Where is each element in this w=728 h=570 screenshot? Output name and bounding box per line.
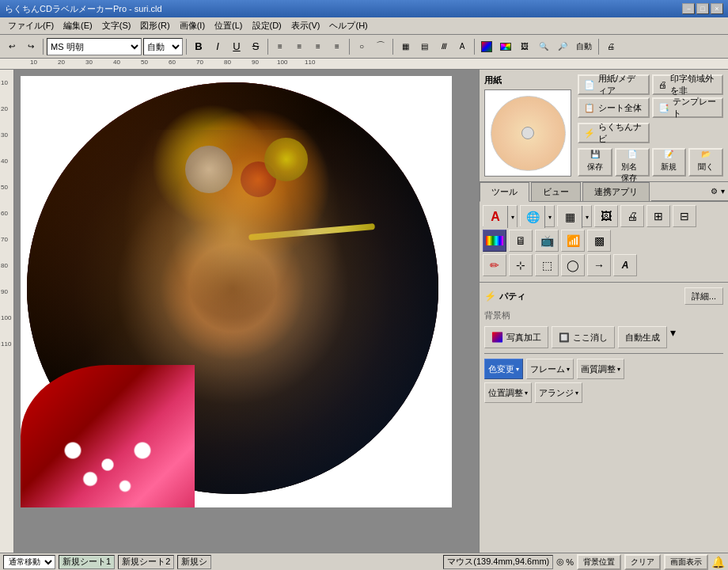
close-button[interactable]: × (711, 3, 723, 14)
status-new-sheet1[interactable]: 新規シート1 (59, 555, 115, 569)
italic-button[interactable]: I (209, 38, 226, 55)
menu-image[interactable]: 画像(I) (175, 18, 210, 33)
qr-tool[interactable]: ▩ (587, 230, 611, 252)
sheet-label: シート全体 (598, 102, 642, 114)
image-tool[interactable]: 🖼 (594, 205, 618, 227)
menu-help[interactable]: ヘルプ(H) (324, 18, 372, 33)
all-sheet-button[interactable]: 📋 シート全体 (578, 97, 650, 118)
globe-tool[interactable]: 🌐 (521, 206, 544, 228)
menu-view[interactable]: 表示(V) (286, 18, 325, 33)
tab-tools[interactable]: ツール (480, 182, 529, 202)
align-left-button[interactable]: ≡ (271, 38, 289, 55)
quality-dropdown[interactable]: 画質調整 ▾ (577, 359, 624, 379)
arrange-dropdown[interactable]: アランジ ▾ (535, 382, 582, 403)
oval-button[interactable]: ○ (353, 38, 370, 55)
display-button[interactable]: 画面表示 (664, 554, 708, 570)
menu-text[interactable]: 文字(S) (97, 18, 136, 33)
extra-tool1[interactable]: ⊞ (646, 205, 670, 227)
monitor-tool[interactable]: 🖥 (509, 230, 533, 252)
underline-button[interactable]: U (228, 38, 245, 55)
detail-button[interactable]: 詳細... (684, 287, 723, 305)
text-btn2[interactable]: ▤ (415, 38, 433, 55)
template-button[interactable]: 📑 テンプレート (652, 97, 724, 118)
sep4 (349, 39, 350, 55)
navi-button[interactable]: ⚡ らくちんナビ (578, 123, 650, 143)
extra-tool2[interactable]: ⊟ (673, 205, 696, 227)
new-button[interactable]: 📝 新規 (652, 148, 687, 177)
transform-tool[interactable]: A (613, 254, 637, 276)
size-select[interactable]: 自動 (143, 38, 183, 55)
status-new-sheet2[interactable]: 新規シート2 (118, 555, 174, 569)
zoom-in[interactable]: 🔎 (554, 38, 571, 55)
circle-select-tool[interactable]: ◯ (561, 254, 585, 276)
auto-btn[interactable]: 自動 (573, 38, 595, 55)
open-button[interactable]: 📂 聞く (688, 148, 723, 177)
frame-dropdown[interactable]: フレーム ▾ (526, 359, 574, 379)
select-tool[interactable]: ⊹ (509, 254, 533, 276)
text-btn3[interactable]: Ⅲ (434, 38, 452, 55)
print-area-button[interactable]: 🖨 印字領域外を非 (652, 74, 724, 95)
template-icon: 📑 (658, 103, 669, 113)
arrow-right-tool[interactable]: → (587, 254, 611, 276)
title-controls: － □ × (682, 3, 723, 14)
align-right-button[interactable]: ≡ (309, 38, 327, 55)
undo-button[interactable]: ↩ (3, 38, 21, 55)
text-tool-dropdown[interactable]: ▾ (507, 206, 517, 228)
color-change-dropdown[interactable]: 色変更 ▾ (484, 359, 523, 379)
color-fg[interactable] (478, 38, 495, 55)
maximize-button[interactable]: □ (696, 3, 709, 14)
auto-gen-dropdown[interactable]: ▾ (670, 326, 676, 348)
minimize-button[interactable]: － (682, 3, 695, 14)
expand-icon[interactable]: ▾ (721, 187, 725, 196)
align-center-button[interactable]: ≡ (290, 38, 308, 55)
pencil-tool[interactable]: ✏ (483, 254, 506, 276)
settings-icon[interactable]: ⚙ (711, 187, 718, 196)
main-canvas[interactable] (21, 76, 452, 507)
text-btn4[interactable]: A (453, 38, 471, 55)
background-label: 背景柄 (484, 310, 510, 321)
print-btn[interactable]: 🖨 (602, 38, 620, 55)
menu-file[interactable]: ファイル(F) (3, 18, 59, 33)
clear-button[interactable]: クリア (624, 554, 661, 570)
print-preview-tool[interactable]: 🖨 (620, 205, 644, 227)
tab-linked-app[interactable]: 連携アプリ (582, 182, 650, 201)
erase-here-button[interactable]: 🔲 ここ消し (552, 326, 615, 348)
save-button[interactable]: 💾 保存 (578, 148, 612, 177)
redo-button[interactable]: ↪ (22, 38, 40, 55)
color-bar-tool[interactable] (483, 230, 506, 252)
font-select[interactable]: MS 明朝 (47, 38, 142, 55)
zoom-out[interactable]: 🔍 (535, 38, 552, 55)
rect-select-tool[interactable]: ⬚ (535, 254, 559, 276)
strikethrough-button[interactable]: S (247, 38, 264, 55)
image-insert[interactable]: 🖼 (516, 38, 533, 55)
menu-edit[interactable]: 編集(E) (59, 18, 97, 33)
color-special[interactable] (497, 38, 514, 55)
zoom-icon[interactable]: ◎ (556, 557, 564, 567)
bold-button[interactable]: B (190, 38, 207, 55)
justify-button[interactable]: ≡ (328, 38, 346, 55)
bg-position-button[interactable]: 背景位置 (577, 554, 621, 570)
arc-button[interactable]: ⌒ (372, 38, 389, 55)
photo-processing-button[interactable]: ⬛ 写真加工 (484, 326, 548, 348)
wifi-tool[interactable]: 📶 (561, 230, 585, 252)
tv-tool[interactable]: 📺 (535, 230, 559, 252)
canvas-area[interactable] (14, 70, 479, 553)
new-label: 新規 (661, 162, 677, 173)
status-bar: 通常移動 新規シート1 新規シート2 新規シ マウス(139.4mm,94.6m… (0, 553, 728, 570)
media-button[interactable]: 📄 用紙/メディア (578, 74, 650, 95)
mode-select[interactable]: 通常移動 (3, 555, 55, 569)
save-as-button[interactable]: 📄 別名保存 (615, 148, 650, 177)
menu-position[interactable]: 位置(L) (210, 18, 247, 33)
frame-tool[interactable]: ▦ (558, 206, 582, 228)
frame-tool-dropdown[interactable]: ▾ (582, 206, 591, 228)
menu-settings[interactable]: 設定(D) (248, 18, 286, 33)
auto-generate-button[interactable]: 自動生成 (618, 326, 667, 348)
photo-icon: ⬛ (491, 332, 503, 343)
menu-shape[interactable]: 図形(R) (135, 18, 174, 33)
globe-tool-dropdown[interactable]: ▾ (544, 206, 554, 228)
status-new-sheet3[interactable]: 新規シ (177, 555, 211, 569)
position-dropdown[interactable]: 位置調整 ▾ (484, 382, 532, 403)
text-btn1[interactable]: ▦ (396, 38, 414, 55)
text-tool[interactable]: A (483, 206, 507, 228)
tab-view[interactable]: ビュー (531, 182, 581, 201)
